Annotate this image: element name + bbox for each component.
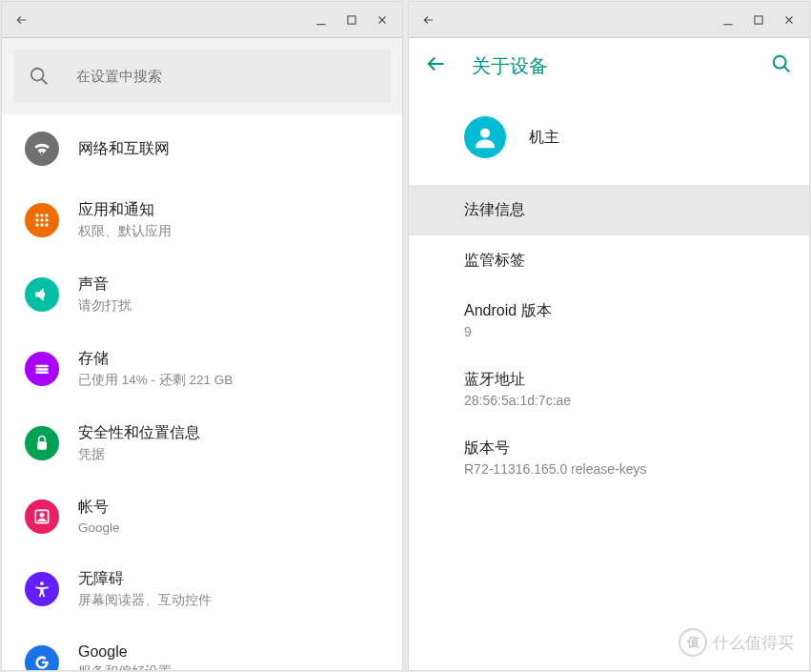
row-title: 存储 bbox=[78, 349, 233, 369]
svg-rect-19 bbox=[723, 24, 732, 25]
svg-point-10 bbox=[40, 223, 43, 226]
row-subtitle: 权限、默认应用 bbox=[78, 223, 172, 240]
about-row[interactable]: 法律信息 bbox=[409, 185, 809, 235]
settings-row[interactable]: 应用和通知 权限、默认应用 bbox=[2, 183, 402, 257]
app-toolbar: 关于设备 bbox=[409, 38, 809, 93]
settings-row[interactable]: 网络和互联网 bbox=[2, 114, 402, 183]
settings-row[interactable]: 帐号 Google bbox=[2, 480, 402, 552]
svg-point-7 bbox=[40, 218, 43, 221]
access-icon bbox=[25, 572, 59, 606]
about-subtitle: 9 bbox=[464, 324, 792, 339]
svg-point-6 bbox=[35, 218, 38, 221]
about-row[interactable]: 监管标签 bbox=[409, 235, 809, 286]
about-title: 法律信息 bbox=[464, 200, 792, 220]
row-subtitle: 服务和偏好设置 bbox=[78, 663, 172, 670]
svg-rect-15 bbox=[37, 441, 47, 449]
search-icon[interactable] bbox=[771, 53, 792, 78]
svg-point-9 bbox=[35, 223, 38, 226]
settings-row[interactable]: 无障碍 屏幕阅读器、互动控件 bbox=[2, 552, 402, 626]
avatar-icon bbox=[464, 116, 506, 158]
row-subtitle: 屏幕阅读器、互动控件 bbox=[78, 592, 212, 609]
account-icon bbox=[25, 499, 59, 534]
close-button[interactable] bbox=[372, 10, 393, 31]
svg-rect-12 bbox=[35, 365, 48, 368]
row-title: 声音 bbox=[78, 275, 132, 295]
about-subtitle: 28:56:5a:1d:7c:ae bbox=[464, 393, 792, 408]
about-title: Android 版本 bbox=[464, 301, 792, 321]
watermark-text: 什么值得买 bbox=[713, 632, 794, 654]
row-subtitle: 已使用 14% - 还剩 221 GB bbox=[78, 372, 233, 389]
about-row[interactable]: Android 版本 9 bbox=[409, 286, 809, 355]
row-title: 网络和互联网 bbox=[78, 139, 170, 159]
row-title: 无障碍 bbox=[78, 569, 212, 589]
svg-point-2 bbox=[31, 69, 44, 81]
svg-point-18 bbox=[40, 581, 44, 585]
about-row[interactable]: 版本号 R72-11316.165.0 release-keys bbox=[409, 423, 809, 492]
row-subtitle: 凭据 bbox=[78, 446, 200, 463]
svg-rect-20 bbox=[755, 15, 762, 23]
settings-list: 网络和互联网 应用和通知 权限、默认应用 声音 请勿打扰 存储 已使用 14% … bbox=[2, 114, 402, 670]
close-button[interactable] bbox=[779, 10, 800, 31]
search-input[interactable]: 在设置中搜索 bbox=[13, 50, 391, 103]
maximize-button[interactable] bbox=[341, 10, 362, 31]
svg-rect-14 bbox=[35, 372, 48, 375]
back-icon[interactable] bbox=[418, 10, 439, 31]
svg-point-11 bbox=[45, 223, 48, 226]
settings-row[interactable]: 安全性和位置信息 凭据 bbox=[2, 406, 402, 480]
row-title: Google bbox=[78, 643, 172, 661]
lock-icon bbox=[25, 426, 59, 460]
svg-rect-13 bbox=[35, 368, 48, 371]
svg-point-21 bbox=[774, 56, 786, 69]
settings-row[interactable]: 存储 已使用 14% - 还剩 221 GB bbox=[2, 332, 402, 406]
storage-icon bbox=[25, 352, 59, 386]
minimize-button[interactable] bbox=[311, 10, 332, 31]
watermark-badge: 值 bbox=[679, 628, 707, 657]
back-icon[interactable] bbox=[11, 10, 32, 31]
about-list: 法律信息 监管标签 Android 版本 9 蓝牙地址 28:56:5a:1d:… bbox=[409, 185, 809, 492]
svg-point-8 bbox=[45, 218, 48, 221]
row-title: 安全性和位置信息 bbox=[78, 423, 200, 443]
about-title: 版本号 bbox=[464, 438, 792, 458]
about-title: 蓝牙地址 bbox=[464, 370, 792, 390]
row-title: 帐号 bbox=[78, 498, 120, 518]
about-device-window: 关于设备 机主 法律信息 监管标签 Android 版本 9 蓝牙地址 28:5… bbox=[408, 1, 810, 671]
apps-icon bbox=[25, 203, 59, 237]
titlebar bbox=[2, 2, 402, 38]
google-icon bbox=[25, 645, 59, 671]
page-title: 关于设备 bbox=[472, 53, 746, 79]
search-icon bbox=[29, 66, 50, 87]
minimize-button[interactable] bbox=[718, 10, 739, 31]
svg-rect-1 bbox=[348, 15, 355, 23]
svg-point-22 bbox=[480, 129, 490, 138]
wifi-icon bbox=[25, 132, 59, 166]
svg-rect-0 bbox=[316, 24, 325, 25]
about-subtitle: R72-11316.165.0 release-keys bbox=[464, 461, 792, 477]
titlebar bbox=[409, 2, 809, 38]
watermark: 值 什么值得买 bbox=[679, 628, 794, 657]
row-subtitle: 请勿打扰 bbox=[78, 297, 132, 315]
row-subtitle: Google bbox=[78, 520, 120, 535]
settings-row[interactable]: 声音 请勿打扰 bbox=[2, 257, 402, 332]
settings-row[interactable]: Google 服务和偏好设置 bbox=[2, 626, 402, 670]
owner-name: 机主 bbox=[529, 128, 559, 148]
sound-icon bbox=[25, 277, 59, 312]
maximize-button[interactable] bbox=[748, 10, 769, 31]
svg-point-4 bbox=[40, 214, 43, 216]
about-row[interactable]: 蓝牙地址 28:56:5a:1d:7c:ae bbox=[409, 355, 809, 423]
row-title: 应用和通知 bbox=[78, 200, 172, 220]
search-placeholder: 在设置中搜索 bbox=[76, 68, 162, 86]
settings-main-window: 在设置中搜索 网络和互联网 应用和通知 权限、默认应用 声音 请勿打扰 存储 已… bbox=[1, 1, 403, 671]
svg-point-5 bbox=[45, 214, 48, 216]
svg-point-17 bbox=[40, 512, 45, 517]
owner-row[interactable]: 机主 bbox=[409, 93, 809, 185]
about-title: 监管标签 bbox=[464, 251, 792, 271]
nav-back-icon[interactable] bbox=[426, 53, 447, 78]
svg-point-3 bbox=[35, 214, 38, 216]
